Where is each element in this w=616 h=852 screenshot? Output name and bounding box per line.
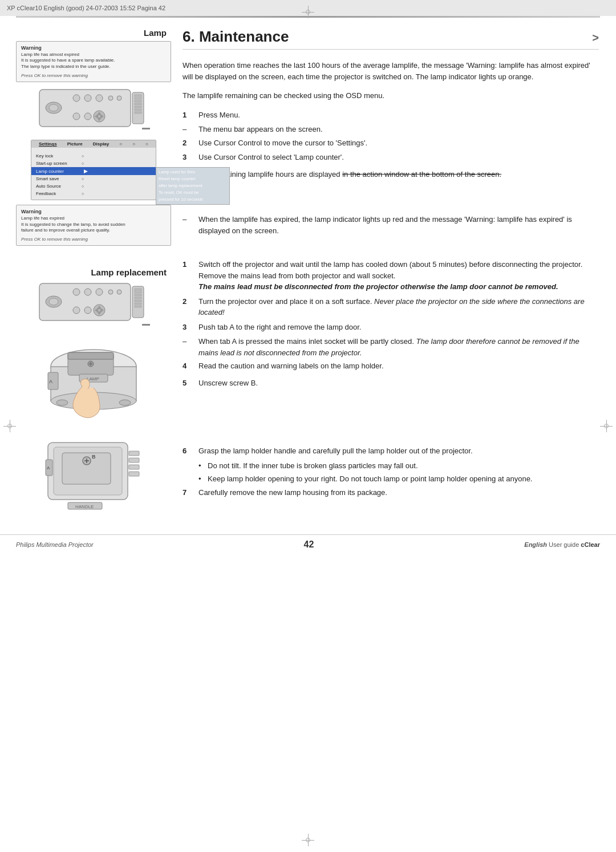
svg-point-3 bbox=[73, 95, 80, 102]
replacement-step-1-bold: The mains lead must be disconnected from… bbox=[198, 282, 558, 291]
warning-line-2-2: It is suggested to change the lamp, to a… bbox=[21, 222, 166, 228]
svg-point-31 bbox=[73, 307, 80, 314]
bullet-2-content: Keep lamp holder opening to your right. … bbox=[208, 473, 599, 485]
projector-screw-drawing: B A HANDLE bbox=[37, 431, 151, 520]
replacement-step-1: 1 Switch off the projector and wait unti… bbox=[183, 259, 599, 293]
warning-line-2-3: failure and to improve overall picture q… bbox=[21, 228, 166, 233]
bullet-1-content: Do not tilt. If the inner tube is broken… bbox=[208, 460, 599, 472]
osd-submenu: Lamp used for 8hrs Reset lamp counter af… bbox=[156, 167, 230, 205]
warning-line-1-1: Lamp life has almost expired bbox=[21, 52, 166, 58]
svg-text:B: B bbox=[92, 454, 96, 460]
replacement-step-1-content: Switch off the projector and wait until … bbox=[198, 259, 599, 293]
footer-brand: Philips Multimedia Projector bbox=[16, 541, 94, 548]
svg-point-59 bbox=[119, 400, 131, 405]
dash-tab-a-symbol: – bbox=[183, 336, 198, 358]
footer-page: 42 bbox=[304, 539, 314, 550]
page: XP cClear10 English (good) 24-07-2003 15… bbox=[0, 0, 616, 852]
lamp-heading: Lamp bbox=[16, 28, 171, 38]
right-column: 6. Maintenance > When operation time rea… bbox=[177, 28, 616, 523]
dash-remaining-content: The remaining lamplife hours are display… bbox=[198, 169, 599, 180]
lamplife-check-paragraph: The lamplife remaining can be checked us… bbox=[183, 91, 384, 100]
svg-rect-43 bbox=[135, 303, 141, 305]
step-1-num: 1 bbox=[183, 109, 198, 121]
dash-1-content: The menu bar appears on the screen. bbox=[198, 124, 599, 135]
footer: Philips Multimedia Projector 42 English … bbox=[0, 534, 616, 554]
footer-language: English bbox=[524, 541, 547, 548]
page-content: Lamp Warning Lamp life has almost expire… bbox=[0, 18, 616, 523]
svg-rect-42 bbox=[135, 300, 141, 302]
osd-tab-dots3: ○ bbox=[145, 141, 148, 147]
svg-point-4 bbox=[84, 95, 91, 102]
replacement-step-5-num: 5 bbox=[183, 378, 198, 389]
warning-line-1-2: It is suggested to have a spare lamp ava… bbox=[21, 58, 166, 63]
warning-text-2: Lamp life has expired It is suggested to… bbox=[21, 216, 166, 233]
dash-1: – The menu bar appears on the screen. bbox=[183, 124, 599, 135]
replacement-step-2: 2 Turn the projector over and place it o… bbox=[183, 296, 599, 318]
dash-tab-a-content: When tab A is pressed the mains inlet so… bbox=[198, 336, 599, 358]
replacement-step-1-num: 1 bbox=[183, 259, 198, 293]
footer-product: cClear bbox=[581, 541, 600, 548]
warning-text-1: Lamp life has almost expired It is sugge… bbox=[21, 52, 166, 70]
osd-tab-display: Display bbox=[93, 141, 109, 147]
dash-tab-a: – When tab A is pressed the mains inlet … bbox=[183, 336, 599, 358]
replacement-step-4-num: 4 bbox=[183, 360, 198, 372]
osd-menu-container: Settings Picture Display ○ ○ ○ Key lock bbox=[31, 140, 156, 200]
svg-point-2 bbox=[49, 104, 58, 111]
replacement-step-6-num: 6 bbox=[183, 445, 198, 457]
dash-tab-a-italic: The lamp door therefore cannot be remove… bbox=[198, 337, 579, 357]
replacement-step-6: 6 Grasp the lamp holder handle and caref… bbox=[183, 445, 599, 457]
section-number: 6. bbox=[183, 28, 195, 45]
svg-point-28 bbox=[96, 289, 103, 295]
replacement-step-7: 7 Carefully remove the new lamp housing … bbox=[183, 487, 599, 498]
warning-box-2: Warning Lamp life has expired It is sugg… bbox=[16, 205, 171, 246]
step-1-content: Press Menu. bbox=[198, 109, 599, 121]
svg-point-58 bbox=[56, 400, 68, 405]
dash-expired: – When the lamplife has expired, the lam… bbox=[183, 214, 599, 236]
svg-point-5 bbox=[96, 95, 103, 102]
svg-rect-67 bbox=[129, 451, 139, 456]
step-2: 2 Use Cursor Control to move the cursor … bbox=[183, 137, 599, 149]
svg-point-9 bbox=[84, 113, 91, 120]
svg-point-7 bbox=[117, 96, 121, 100]
osd-tab-settings: Settings bbox=[39, 141, 57, 147]
svg-rect-68 bbox=[129, 458, 139, 462]
reg-mark-bottom bbox=[302, 834, 314, 846]
replacement-step-2-content: Turn the projector over and place it on … bbox=[198, 296, 599, 318]
svg-point-8 bbox=[73, 113, 80, 120]
osd-menu-body: Key lock ○ Start-up screen ○ Lamp counte… bbox=[31, 148, 156, 200]
replacement-step-6-content: Grasp the lamp holder handle and careful… bbox=[198, 445, 599, 457]
osd-row-smartsave: Smart save ○ bbox=[31, 175, 156, 182]
warning-btn-2: Press OK to remove this warning bbox=[21, 237, 166, 242]
warning-box-1: Warning Lamp life has almost expired It … bbox=[16, 41, 171, 82]
osd-tab-dots: ○ bbox=[119, 141, 122, 147]
svg-text:A: A bbox=[47, 465, 50, 470]
warning-title-2: Warning bbox=[21, 209, 166, 214]
section-title: 6. Maintenance > bbox=[183, 28, 599, 50]
intro-paragraph: When operation time reaches the last 100… bbox=[183, 61, 590, 81]
lamp-replacement-heading: Lamp replacement bbox=[16, 267, 171, 277]
step-2-num: 2 bbox=[183, 137, 198, 149]
dash-expired-content: When the lamplife has expired, the lamp … bbox=[198, 214, 599, 236]
svg-point-25 bbox=[49, 298, 58, 305]
osd-row-startup: Start-up screen ○ bbox=[31, 160, 156, 167]
reg-mark-right bbox=[600, 420, 613, 432]
osd-tab-picture: Picture bbox=[67, 141, 83, 147]
replacement-step-2-italic: Never place the projector on the side wh… bbox=[198, 297, 585, 317]
step-3-content: Use Cursor Control to select 'Lamp count… bbox=[198, 152, 599, 163]
replacement-step-5-content: Unscrew screw B. bbox=[198, 378, 599, 389]
bullet-2: • Keep lamp holder opening to your right… bbox=[183, 473, 599, 485]
replacement-step-3-num: 3 bbox=[183, 322, 198, 333]
spacer-1 bbox=[16, 250, 171, 267]
osd-row-feedback: Feedback ○ bbox=[31, 190, 156, 197]
svg-rect-55 bbox=[68, 352, 114, 359]
warning-title-1: Warning bbox=[21, 45, 166, 51]
warning-line-1-3: The lamp type is indicated in the user g… bbox=[21, 64, 166, 70]
svg-rect-40 bbox=[135, 294, 141, 296]
bullet-1-symbol: • bbox=[198, 460, 208, 472]
projector-drawing-2 bbox=[37, 281, 151, 331]
step-2-content: Use Cursor Control to move the cursor to… bbox=[198, 137, 599, 149]
left-column: Lamp Warning Lamp life has almost expire… bbox=[0, 28, 177, 523]
osd-menu: Settings Picture Display ○ ○ ○ Key lock bbox=[31, 140, 156, 200]
step-1: 1 Press Menu. bbox=[183, 109, 599, 121]
svg-text:HANDLE: HANDLE bbox=[75, 504, 94, 509]
